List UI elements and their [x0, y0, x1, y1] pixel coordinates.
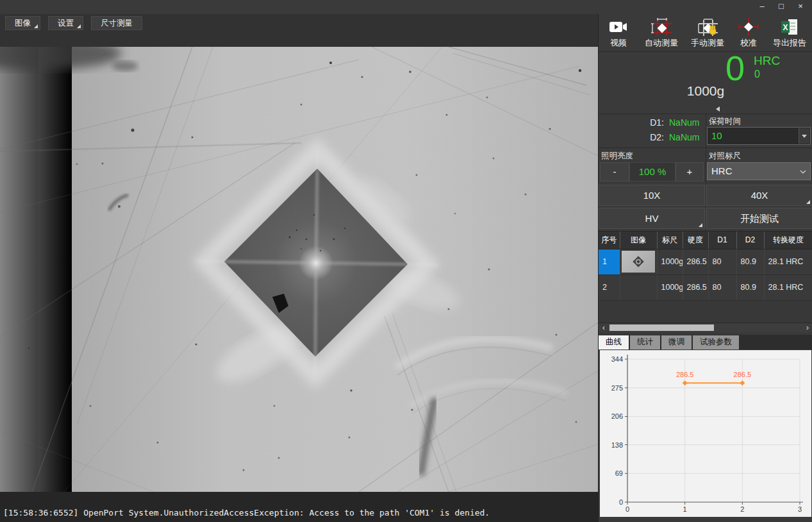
brightness-scale-row: 照明亮度 - 100 % + 对照标尺 HRC [599, 147, 812, 184]
d2-label: D2: [599, 132, 664, 142]
menu-settings[interactable]: 设置 [48, 16, 83, 30]
svg-text:0: 0 [626, 505, 629, 513]
divider [706, 114, 706, 147]
d2-value: NaNum [669, 132, 699, 142]
maximize-button[interactable]: □ [774, 1, 789, 13]
row1-no-cell[interactable]: 1 [599, 249, 620, 274]
dwell-time-combobox[interactable]: 10 [707, 127, 811, 145]
row1-converted-cell[interactable]: 28.1 HRC [764, 249, 812, 274]
brightness-label: 照明亮度 [601, 151, 633, 162]
specimen-live-image[interactable] [0, 47, 598, 492]
reference-scale-combobox[interactable]: HRC [707, 162, 811, 180]
col-image[interactable]: 图像 [620, 232, 657, 249]
row1-d1-cell[interactable]: 80 [708, 249, 736, 274]
scroll-left-icon[interactable]: ‹ [599, 323, 608, 332]
calibrate-button[interactable]: 校准 [731, 14, 766, 50]
result-display: 0 HRC 0 1000g [599, 51, 812, 114]
start-test-button[interactable]: 开始测试 [706, 208, 812, 229]
menu-dimension-measure-label: 尺寸测量 [101, 19, 133, 28]
svg-text:206: 206 [611, 412, 623, 420]
vickers-indentation-image [0, 47, 598, 492]
col-d2[interactable]: D2 [736, 232, 764, 249]
menu-image[interactable]: 图像 [5, 16, 40, 30]
hardness-tester-app: – □ × 图像 设置 尺寸测量 [0, 0, 812, 522]
export-report-label: 导出报告 [773, 38, 806, 47]
hardness-main-value: 0 [706, 48, 745, 88]
tab-statistics[interactable]: 统计 [630, 335, 660, 349]
menu-image-label: 图像 [15, 19, 31, 28]
manual-measure-label: 手动测量 [691, 38, 724, 47]
thumbnail-diamond-icon [633, 257, 643, 267]
row2-d1-cell[interactable]: 80 [708, 274, 736, 300]
close-button[interactable]: × [793, 1, 808, 13]
hardness-scale-label: HRC [754, 54, 780, 68]
brightness-decrease-button[interactable]: - [600, 162, 629, 181]
export-report-button[interactable]: X 导出报告 [766, 14, 812, 50]
indent-thumbnail [622, 251, 655, 273]
col-converted[interactable]: 转换硬度 [764, 232, 812, 249]
row2-d2-cell[interactable]: 80.9 [736, 274, 764, 300]
scroll-right-icon[interactable]: › [803, 323, 812, 332]
svg-text:3: 3 [798, 505, 802, 513]
manual-measure-button[interactable]: 手动测量 [684, 14, 731, 50]
dropdown-corner-icon [806, 200, 810, 204]
objective-40x-label: 40X [751, 190, 768, 201]
scrollbar-thumb[interactable] [609, 324, 714, 331]
auto-measure-button[interactable]: 自动测量 [638, 14, 684, 50]
table-row[interactable]: 2 1000g 286.5 80 80.9 28.1 HRC [599, 274, 812, 300]
objective-row: 10X 40X [599, 184, 812, 207]
test-row: HV 开始测试 [599, 207, 812, 230]
caret-down-icon [802, 135, 807, 138]
table-hscrollbar[interactable]: ‹ › [599, 323, 812, 332]
row2-no-cell[interactable]: 2 [599, 274, 620, 300]
window-controls: – □ × [754, 1, 808, 13]
tab-finetune[interactable]: 微调 [661, 335, 692, 349]
row2-scale-cell[interactable]: 1000g [657, 274, 683, 300]
row1-d2-cell[interactable]: 80.9 [736, 249, 764, 274]
col-scale[interactable]: 标尺 [657, 232, 683, 249]
col-d1[interactable]: D1 [708, 232, 736, 249]
row2-converted-cell[interactable]: 28.1 HRC [764, 274, 812, 300]
calibrate-crosshair-icon [738, 17, 759, 37]
svg-text:1: 1 [683, 505, 687, 513]
dwell-time-label: 保荷时间 [709, 116, 741, 127]
tab-curve[interactable]: 曲线 [599, 335, 629, 349]
objective-10x-label: 10X [643, 190, 661, 201]
menu-dimension-measure[interactable]: 尺寸测量 [91, 16, 142, 30]
row2-image-cell[interactable] [620, 274, 657, 300]
objective-40x-button[interactable]: 40X [706, 185, 812, 206]
col-no[interactable]: 序号 [599, 232, 620, 249]
reference-scale-value: HRC [711, 165, 733, 176]
svg-text:69: 69 [615, 469, 623, 477]
col-hardness[interactable]: 硬度 [683, 232, 708, 249]
tab-test-parameters[interactable]: 试验参数 [693, 335, 739, 349]
row1-scale-cell[interactable]: 1000g [657, 249, 683, 274]
scale-mode-button[interactable]: HV [599, 208, 705, 229]
collapse-arrow-icon[interactable] [716, 106, 720, 112]
manual-measure-hand-icon [697, 17, 718, 37]
row1-hardness-cell[interactable]: 286.5 [683, 249, 708, 274]
dropdown-corner-icon [77, 24, 81, 28]
hardness-converted-value: 0 [754, 69, 760, 80]
chevron-down-icon [800, 170, 806, 174]
d2-readout: D2: NaNum [599, 132, 701, 142]
objective-10x-button[interactable]: 10X [599, 185, 705, 206]
d1-value: NaNum [669, 117, 699, 128]
minimize-button[interactable]: – [754, 1, 770, 13]
start-test-label: 开始测试 [740, 213, 779, 224]
brightness-increase-button[interactable]: + [675, 162, 704, 181]
dropdown-corner-icon [699, 223, 702, 227]
row1-image-cell[interactable] [620, 249, 657, 274]
dwell-time-dropdown-button[interactable] [799, 128, 809, 144]
results-table-container: 序号 图像 标尺 硬度 D1 D2 转换硬度 1 [599, 231, 812, 323]
dropdown-corner-icon [34, 24, 38, 28]
dwell-time-value: 10 [711, 130, 722, 141]
table-row[interactable]: 1 1000g 286.5 80 80.9 28.1 HRC [599, 249, 812, 274]
row2-hardness-cell[interactable]: 286.5 [683, 274, 708, 300]
svg-text:344: 344 [611, 355, 623, 363]
d1-label: D1: [599, 117, 664, 128]
bottom-tabs: 曲线 统计 微调 试验参数 [599, 335, 812, 349]
video-camera-icon [609, 20, 628, 34]
video-button[interactable]: 视频 [599, 14, 638, 50]
calibrate-label: 校准 [740, 38, 757, 47]
